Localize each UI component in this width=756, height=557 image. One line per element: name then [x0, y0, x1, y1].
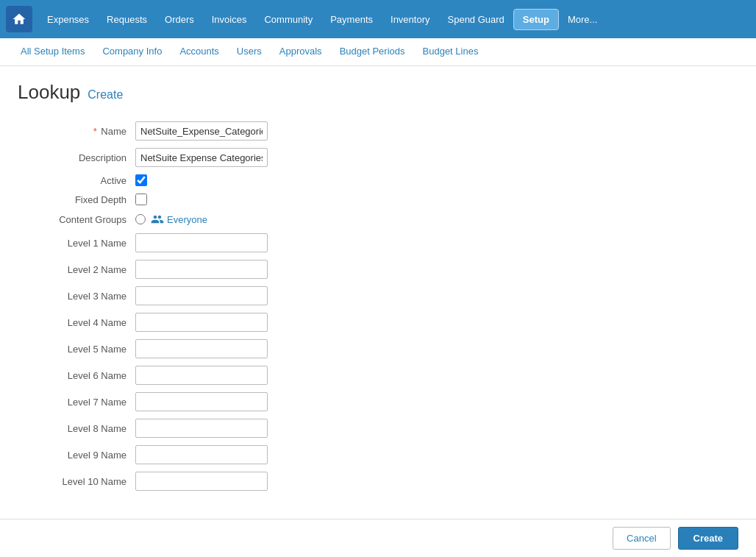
level-7-input[interactable]: [135, 392, 268, 411]
content-groups-label: Content Groups: [18, 214, 135, 225]
create-button[interactable]: Create: [678, 527, 738, 550]
level-row-6: Level 6 Name: [18, 366, 738, 385]
active-checkbox-wrap: [135, 174, 147, 186]
nav-requests[interactable]: Requests: [98, 10, 156, 29]
content-groups-value: Everyone: [135, 213, 207, 226]
content-groups-row: Content Groups Everyone: [18, 213, 738, 226]
level-fields-container: Level 1 NameLevel 2 NameLevel 3 NameLeve…: [18, 233, 738, 491]
active-checkbox[interactable]: [135, 174, 147, 186]
nav-inventory[interactable]: Inventory: [382, 10, 438, 29]
fixed-depth-checkbox-wrap: [135, 194, 147, 205]
subnav-accounts[interactable]: Accounts: [171, 40, 227, 64]
level-row-2: Level 2 Name: [18, 260, 738, 279]
subnav-budget-lines[interactable]: Budget Lines: [414, 40, 488, 64]
subnav-approvals[interactable]: Approvals: [271, 40, 331, 64]
name-row: * Name: [18, 121, 738, 141]
level-9-label: Level 9 Name: [18, 450, 135, 461]
name-input[interactable]: [135, 121, 268, 141]
people-icon: [150, 213, 165, 226]
level-6-label: Level 6 Name: [18, 370, 135, 381]
level-8-label: Level 8 Name: [18, 423, 135, 434]
level-row-5: Level 5 Name: [18, 339, 738, 358]
top-navigation: Expenses Requests Orders Invoices Commun…: [0, 0, 756, 38]
level-10-input[interactable]: [135, 472, 268, 491]
level-2-label: Level 2 Name: [18, 264, 135, 275]
cancel-button[interactable]: Cancel: [613, 527, 670, 550]
level-6-input[interactable]: [135, 366, 268, 385]
description-input[interactable]: [135, 148, 268, 167]
level-row-1: Level 1 Name: [18, 233, 738, 252]
level-7-label: Level 7 Name: [18, 397, 135, 408]
nav-payments[interactable]: Payments: [321, 10, 382, 29]
active-label: Active: [18, 175, 135, 186]
level-5-label: Level 5 Name: [18, 344, 135, 355]
level-4-label: Level 4 Name: [18, 317, 135, 328]
sub-navigation: All Setup Items Company Info Accounts Us…: [0, 38, 756, 66]
page-title-area: Lookup Create: [18, 81, 738, 104]
fixed-depth-checkbox[interactable]: [135, 194, 147, 205]
level-row-8: Level 8 Name: [18, 419, 738, 438]
fixed-depth-row: Fixed Depth: [18, 194, 738, 205]
footer-bar: Cancel Create: [0, 519, 756, 557]
subnav-all-setup-items[interactable]: All Setup Items: [12, 40, 93, 64]
level-1-label: Level 1 Name: [18, 238, 135, 249]
nav-orders[interactable]: Orders: [156, 10, 203, 29]
page-title-main: Lookup: [18, 81, 80, 104]
level-9-input[interactable]: [135, 445, 268, 464]
home-button[interactable]: [6, 6, 32, 32]
description-label: Description: [18, 152, 135, 163]
level-3-input[interactable]: [135, 286, 268, 305]
level-row-4: Level 4 Name: [18, 313, 738, 332]
page-title-subtitle: Create: [88, 88, 123, 102]
level-2-input[interactable]: [135, 260, 268, 279]
nav-invoices[interactable]: Invoices: [203, 10, 256, 29]
level-1-input[interactable]: [135, 233, 268, 252]
level-4-input[interactable]: [135, 313, 268, 332]
level-row-10: Level 10 Name: [18, 472, 738, 491]
description-row: Description: [18, 148, 738, 167]
everyone-text: Everyone: [167, 214, 207, 225]
active-row: Active: [18, 174, 738, 186]
fixed-depth-label: Fixed Depth: [18, 194, 135, 205]
content-groups-radio[interactable]: [135, 214, 146, 224]
subnav-budget-periods[interactable]: Budget Periods: [331, 40, 414, 64]
nav-spend-guard[interactable]: Spend Guard: [439, 10, 513, 29]
level-row-3: Level 3 Name: [18, 286, 738, 305]
name-required-marker: *: [93, 126, 97, 137]
subnav-company-info[interactable]: Company Info: [93, 40, 171, 64]
nav-setup[interactable]: Setup: [513, 9, 559, 30]
nav-community[interactable]: Community: [255, 10, 321, 29]
nav-more[interactable]: More...: [559, 10, 606, 29]
level-10-label: Level 10 Name: [18, 476, 135, 487]
level-8-input[interactable]: [135, 419, 268, 438]
name-label: * Name: [18, 126, 135, 137]
main-content: Lookup Create * Name Description Active …: [0, 66, 756, 557]
level-5-input[interactable]: [135, 339, 268, 358]
subnav-users[interactable]: Users: [228, 40, 271, 64]
level-3-label: Level 3 Name: [18, 291, 135, 302]
level-row-9: Level 9 Name: [18, 445, 738, 464]
nav-expenses[interactable]: Expenses: [38, 10, 98, 29]
level-row-7: Level 7 Name: [18, 392, 738, 411]
